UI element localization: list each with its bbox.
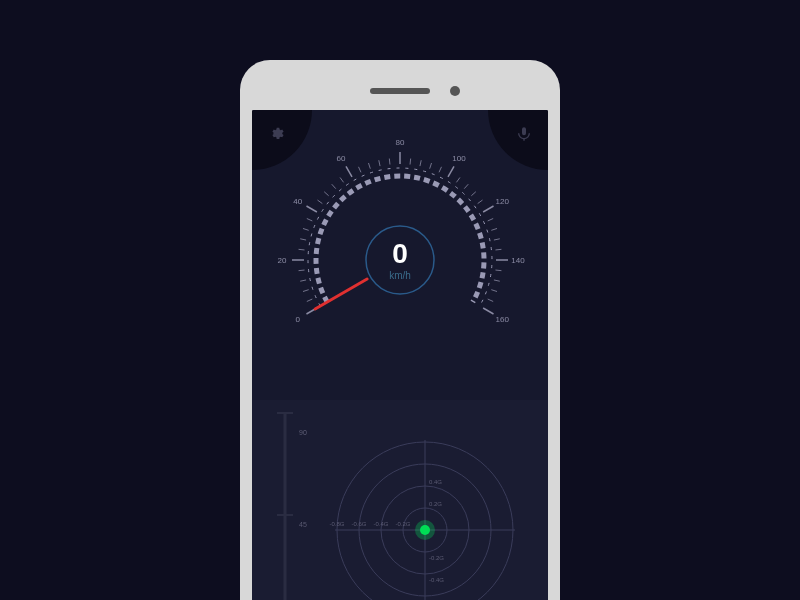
- gauge-minor-tick: [303, 228, 309, 230]
- gauge-minor-tick: [359, 167, 361, 172]
- svg-line-0: [315, 279, 367, 309]
- speed-value: 0: [389, 240, 411, 268]
- gauge-scale-label: 20: [278, 256, 287, 265]
- gauge-minor-tick: [464, 184, 468, 188]
- g-axis-label: -0.2G: [429, 555, 444, 561]
- gauge-scale-label: 120: [496, 197, 510, 206]
- speed-needle: [315, 279, 367, 309]
- gauge-minor-tick: [491, 290, 497, 292]
- gauge-minor-tick: [494, 239, 500, 240]
- gauge-minor-tick: [491, 228, 497, 230]
- gauge-major-tick: [448, 166, 454, 176]
- gauge-minor-tick: [389, 159, 390, 165]
- gauge-minor-tick: [300, 280, 306, 281]
- gauge-minor-tick: [303, 290, 309, 292]
- g-force-meter: 0.4G0.2G-0.2G-0.4G-0.8G-0.6G-0.4G-0.2G: [310, 412, 540, 600]
- sensors-panel: 90 45 dB 0.4G0.2G-0.2G-0.4G-0.8G-0.6G-0.…: [252, 400, 548, 600]
- db-meter: 90 45 dB: [260, 412, 310, 600]
- gauge-minor-tick: [340, 177, 344, 182]
- gauge-minor-tick: [324, 192, 328, 196]
- gauge-scale-label: 160: [496, 315, 510, 324]
- g-axis-label: -0.4G: [429, 577, 444, 583]
- gauge-minor-tick: [299, 249, 305, 250]
- gauge-minor-tick: [317, 200, 322, 204]
- db-tick: [277, 412, 293, 414]
- g-meter-svg: 0.4G0.2G-0.2G-0.4G-0.8G-0.6G-0.4G-0.2G: [325, 430, 525, 600]
- gauge-minor-tick: [494, 280, 500, 281]
- app-screen: 020406080100120140160 0 km/h 90 45: [252, 110, 548, 600]
- gauge-center-display: 0 km/h: [389, 240, 411, 281]
- gauge-minor-tick: [478, 200, 483, 204]
- gauge-scale-label: 0: [296, 315, 301, 324]
- db-label-90: 90: [299, 429, 307, 436]
- g-axis-label: -0.2G: [395, 521, 410, 527]
- phone-speaker-slot: [370, 88, 430, 94]
- g-force-dot: [420, 525, 430, 535]
- g-axis-label: 0.2G: [429, 501, 442, 507]
- g-axis-label: -0.6G: [351, 521, 366, 527]
- speedometer-panel: 020406080100120140160 0 km/h: [252, 110, 548, 400]
- gauge-scale-label: 100: [452, 154, 466, 163]
- db-track: [284, 412, 287, 600]
- gauge-minor-tick: [299, 270, 305, 271]
- gauge-minor-tick: [420, 160, 421, 166]
- g-axis-label: 0.4G: [429, 479, 442, 485]
- gauge-minor-tick: [307, 219, 312, 221]
- gauge-scale-label: 80: [396, 138, 405, 147]
- gauge-minor-tick: [456, 177, 460, 182]
- gauge-minor-tick: [332, 184, 336, 188]
- gauge-minor-tick: [471, 192, 475, 196]
- speed-unit: km/h: [389, 270, 411, 281]
- gauge-minor-tick: [368, 163, 370, 169]
- gauge-minor-tick: [410, 159, 411, 165]
- gauge-minor-tick: [488, 299, 493, 301]
- gauge-major-tick: [483, 308, 493, 314]
- g-axis-label: -0.8G: [329, 521, 344, 527]
- gauge-major-tick: [306, 206, 316, 212]
- phone-front-camera: [450, 86, 460, 96]
- gauge-minor-tick: [488, 219, 493, 221]
- gauge-scale-label: 140: [511, 256, 525, 265]
- gauge-major-tick: [483, 206, 493, 212]
- gauge-minor-tick: [495, 249, 501, 250]
- db-tick: [277, 514, 293, 516]
- gauge-scale-label: 60: [337, 154, 346, 163]
- gauge-minor-tick: [307, 299, 312, 301]
- gauge-minor-tick: [495, 270, 501, 271]
- speedometer-gauge: 020406080100120140160 0 km/h: [270, 130, 530, 390]
- gauge-major-tick: [346, 166, 352, 176]
- g-axis-label: -0.4G: [373, 521, 388, 527]
- gauge-minor-tick: [379, 160, 380, 166]
- db-label-45: 45: [299, 520, 307, 527]
- gauge-minor-tick: [430, 163, 432, 169]
- gauge-minor-tick: [439, 167, 441, 172]
- db-scale: 90 45: [260, 412, 310, 600]
- gauge-scale-label: 40: [293, 197, 302, 206]
- gauge-minor-tick: [300, 239, 306, 240]
- phone-frame: 020406080100120140160 0 km/h 90 45: [240, 60, 560, 600]
